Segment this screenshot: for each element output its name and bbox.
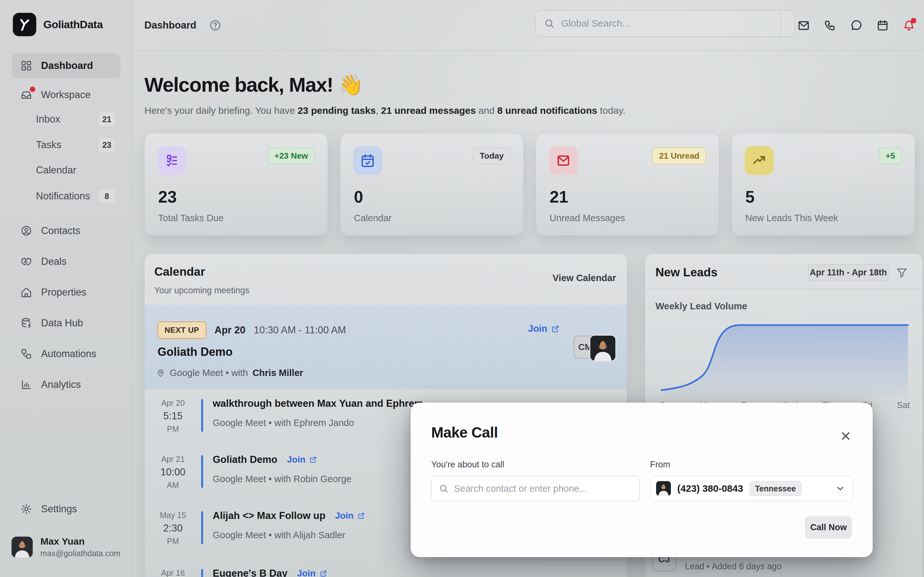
lead-meta: Lead • Added 6 days ago: [685, 562, 782, 572]
tasks-count-badge: 23: [98, 137, 116, 153]
meeting-row[interactable]: Apr 16 Eugene's B Day Join: [145, 567, 613, 577]
user-email: max@goliathdata.com: [40, 549, 120, 558]
meeting-title: Goliath Demo: [213, 454, 278, 466]
chat-icon[interactable]: [850, 19, 863, 31]
contact-search-input[interactable]: [454, 484, 632, 494]
sidebar-item-analytics[interactable]: Analytics: [12, 374, 120, 396]
goliathdata-logo-icon: [13, 13, 36, 36]
stat-cards-row: +23 New 23 Total Tasks Due Today 0 Calen…: [144, 133, 915, 235]
close-icon[interactable]: [837, 428, 854, 444]
sidebar-item-inbox[interactable]: Inbox 21: [12, 109, 120, 129]
stat-value: 21: [549, 187, 568, 206]
external-link-icon: [320, 570, 327, 577]
next-up-location: Google Meet • with: [170, 367, 248, 378]
meeting-subtitle: Google Meet • with Robin George: [213, 474, 352, 484]
sidebar-item-workspace[interactable]: Workspace: [12, 84, 120, 106]
sidebar-item-dashboard[interactable]: Dashboard: [12, 53, 120, 78]
sidebar-item-notifications[interactable]: Notifications 8: [12, 186, 120, 206]
stat-value: 23: [158, 187, 177, 206]
from-number-select[interactable]: (423) 380-0843 Tennessee: [650, 476, 853, 501]
workspace-unread-dot: [30, 87, 35, 92]
sidebar-item-label: Dashboard: [41, 60, 93, 71]
calendar-panel-title: Calendar: [154, 265, 249, 279]
bell-unread-dot: [911, 18, 916, 23]
join-meeting-link[interactable]: Join: [335, 511, 365, 521]
global-search-input[interactable]: [561, 18, 787, 29]
help-icon[interactable]: [209, 19, 221, 31]
calendar-icon[interactable]: [877, 19, 889, 31]
calendar-check-icon: [353, 146, 382, 175]
daily-briefing: Here's your daily briefing. You have 23 …: [144, 105, 625, 116]
phone-state-tag: Tennessee: [750, 481, 801, 496]
stat-badge: Today: [473, 147, 510, 164]
external-link-icon: [551, 325, 559, 333]
join-meeting-link[interactable]: Join: [297, 568, 327, 577]
next-up-meeting-card[interactable]: NEXT UP Apr 20 10:30 AM - 11:00 AM Join …: [145, 305, 627, 389]
stat-card-calendar[interactable]: Today 0 Calendar: [340, 133, 523, 235]
stat-label: Calendar: [354, 213, 392, 223]
user-name: Max Yuan: [40, 536, 120, 547]
view-calendar-link[interactable]: View Calendar: [552, 273, 616, 284]
sidebar-item-properties[interactable]: Properties: [12, 281, 120, 303]
mail-icon[interactable]: [798, 19, 810, 31]
from-avatar: [656, 481, 671, 496]
stat-badge: 21 Unread: [652, 147, 706, 164]
external-link-icon: [309, 456, 317, 464]
mail-icon: [549, 146, 578, 175]
filter-icon[interactable]: [896, 267, 908, 279]
analytics-bar-chart-icon: [21, 379, 33, 390]
sidebar-item-contacts[interactable]: Contacts: [12, 219, 120, 242]
calendar-panel-subtitle: Your upcoming meetings: [154, 285, 249, 295]
external-link-icon: [357, 512, 365, 520]
next-up-attendee: Chris Miller: [252, 367, 303, 378]
bell-icon[interactable]: [903, 19, 915, 31]
next-up-avatars: CM: [573, 335, 615, 361]
next-up-title: Goliath Demo: [158, 345, 233, 359]
sidebar-item-deals[interactable]: Deals: [12, 250, 120, 273]
sidebar-item-settings[interactable]: Settings: [12, 498, 120, 520]
automations-nodes-icon: [21, 348, 33, 359]
dashboard-grid-icon: [21, 60, 33, 71]
contact-search-field[interactable]: [431, 476, 640, 501]
stat-card-leads[interactable]: +5 5 New Leads This Week: [732, 133, 915, 235]
brand-name: GoliathData: [43, 18, 103, 31]
make-call-modal: Make Call You're about to call From (423…: [411, 403, 873, 557]
meeting-subtitle: Google Meet • with Ephrem Jando: [213, 418, 423, 428]
chevron-down-icon: [835, 484, 845, 494]
trending-up-icon: [745, 146, 774, 175]
sidebar-item-tasks[interactable]: Tasks 23: [12, 135, 120, 155]
gear-icon: [21, 503, 33, 515]
from-phone-number: (423) 380-0843: [677, 483, 743, 494]
sidebar-item-data-hub[interactable]: Data Hub: [12, 312, 120, 334]
next-up-time: 10:30 AM - 11:00 AM: [254, 324, 346, 336]
weekly-lead-volume-chart: [660, 322, 910, 398]
date-range-button[interactable]: Apr 11th - Apr 18th: [808, 264, 888, 281]
task-list-icon: [158, 146, 186, 175]
modal-title: Make Call: [431, 424, 498, 441]
page-title: Welcome back, Max! 👋: [144, 73, 363, 97]
new-leads-title: New Leads: [656, 266, 717, 279]
search-icon: [544, 18, 555, 29]
stat-label: Total Tasks Due: [158, 213, 224, 223]
stat-card-tasks[interactable]: +23 New 23 Total Tasks Due: [144, 133, 328, 235]
from-label: From: [650, 460, 670, 470]
divider: [645, 289, 923, 289]
call-now-button[interactable]: Call Now: [805, 516, 852, 538]
search-icon: [439, 484, 449, 494]
properties-house-icon: [21, 287, 33, 298]
join-meeting-link[interactable]: Join: [287, 455, 317, 465]
meeting-subtitle: Google Meet • with Alijah Sadler: [213, 530, 365, 540]
data-hub-database-icon: [21, 318, 33, 329]
meeting-title: Eugene's B Day: [213, 568, 288, 577]
sidebar-item-automations[interactable]: Automations: [12, 343, 120, 365]
inbox-count-badge: 21: [98, 111, 116, 127]
sidebar-user[interactable]: Max Yuan max@goliathdata.com: [11, 536, 121, 558]
join-meeting-link[interactable]: Join: [528, 324, 559, 334]
topbar: Dashboard: [132, 0, 924, 50]
stat-badge: +23 New: [268, 147, 315, 164]
stat-card-messages[interactable]: 21 Unread 21 Unread Messages: [536, 133, 719, 235]
phone-icon[interactable]: [824, 19, 836, 31]
notifications-count-badge: 8: [98, 189, 116, 204]
global-search[interactable]: [535, 10, 795, 37]
sidebar-item-calendar[interactable]: Calendar: [12, 160, 120, 181]
